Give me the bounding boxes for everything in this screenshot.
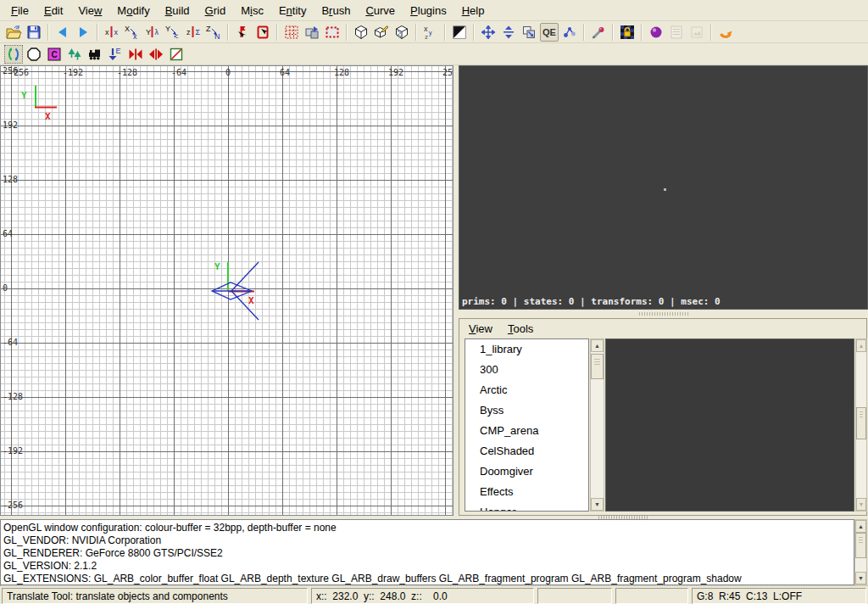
menu-grid[interactable]: Grid bbox=[198, 1, 234, 20]
open-file-button[interactable] bbox=[4, 23, 23, 42]
func-train-button[interactable] bbox=[86, 45, 104, 64]
ruler-x-label: -128 bbox=[117, 68, 137, 78]
airbrush-button[interactable] bbox=[589, 23, 608, 42]
scroll-down-button[interactable]: ▼ bbox=[856, 498, 866, 511]
console-output[interactable]: OpenGL window configuration: colour-buff… bbox=[0, 519, 854, 585]
console-line: GL_VERSION: 2.1.2 bbox=[3, 560, 851, 573]
toolbar-separator bbox=[641, 24, 643, 41]
radiant-window: FileEditViewModifyBuildGridMiscEntityBru… bbox=[0, 0, 868, 604]
octagon-brush-button[interactable] bbox=[25, 45, 43, 64]
brush-cube-icon bbox=[353, 24, 370, 41]
select-inside-button[interactable] bbox=[253, 23, 272, 42]
folder-item[interactable]: Byss bbox=[465, 400, 588, 421]
folder-item[interactable]: Doomgiver bbox=[465, 461, 588, 482]
select-area-button[interactable] bbox=[323, 23, 342, 42]
translate-view-button[interactable] bbox=[479, 23, 498, 42]
menu-entity[interactable]: Entity bbox=[271, 1, 314, 20]
toolbar-separator bbox=[415, 24, 417, 41]
redo-button[interactable] bbox=[74, 23, 92, 42]
undo-button[interactable] bbox=[53, 23, 72, 42]
model-trees-icon bbox=[66, 46, 83, 63]
console-line: OpenGL window configuration: colour-buff… bbox=[3, 522, 851, 534]
svg-text:C: C bbox=[52, 50, 58, 59]
scroll-up-button[interactable]: ▲ bbox=[591, 339, 604, 352]
scroll-thumb[interactable] bbox=[591, 354, 604, 379]
menu-curve[interactable]: Curve bbox=[358, 1, 403, 20]
save-file-button[interactable] bbox=[25, 23, 43, 42]
folder-item[interactable]: CMP_arena bbox=[465, 421, 588, 441]
light-entity-button[interactable] bbox=[647, 23, 665, 42]
flip-x-button[interactable]: xx bbox=[103, 23, 121, 42]
menu-edit[interactable]: Edit bbox=[36, 1, 70, 20]
folder-item[interactable]: 1_library bbox=[465, 339, 588, 360]
flip-view-button[interactable] bbox=[499, 23, 518, 42]
scroll-up-button[interactable]: ▲ bbox=[856, 339, 866, 352]
inspector-menu-tools[interactable]: Tools bbox=[500, 319, 541, 338]
rotate-y-button[interactable]: Y< bbox=[164, 23, 182, 42]
caulk-texture-button[interactable]: C bbox=[45, 45, 64, 64]
grid-viewport[interactable]: -256-192-128-64064128192256 256192128640… bbox=[0, 65, 453, 516]
texture-lock-button[interactable] bbox=[618, 23, 637, 42]
csg-merge-button[interactable] bbox=[303, 23, 321, 42]
gamma-button[interactable] bbox=[450, 23, 469, 42]
rotate-z-button[interactable]: ZN bbox=[204, 23, 223, 42]
bevel-cap-button[interactable] bbox=[147, 45, 165, 64]
folder-item[interactable]: CelShaded bbox=[465, 441, 588, 461]
camera-icon[interactable] bbox=[212, 262, 259, 320]
ruler-y-label: 256 bbox=[3, 66, 18, 76]
entity-graph-button[interactable] bbox=[560, 23, 579, 42]
menu-plugins[interactable]: Plugins bbox=[403, 1, 454, 20]
brush-cube-button[interactable] bbox=[352, 23, 370, 42]
csg-subtract-button[interactable] bbox=[282, 23, 301, 42]
end-cap-button[interactable] bbox=[126, 45, 145, 64]
menu-brush[interactable]: Brush bbox=[314, 1, 358, 20]
qe-view-button[interactable]: QE bbox=[540, 23, 559, 42]
menu-file[interactable]: File bbox=[3, 1, 36, 20]
rotate-x-button[interactable]: Xx bbox=[123, 23, 142, 42]
cascade-view-button[interactable] bbox=[520, 23, 538, 42]
model-trees-button[interactable] bbox=[65, 45, 84, 64]
texture-scrollbar[interactable]: ▲ ▼ bbox=[855, 338, 867, 512]
texture-cube-icon bbox=[393, 24, 410, 41]
flip-z-button[interactable]: zΣ bbox=[184, 23, 203, 42]
console-scrollbar[interactable]: ▲ ▼ bbox=[854, 519, 867, 585]
svg-text:z: z bbox=[425, 33, 428, 41]
menu-build[interactable]: Build bbox=[158, 1, 198, 20]
folder-item[interactable]: 300 bbox=[465, 360, 588, 380]
scroll-down-button[interactable]: ▼ bbox=[591, 498, 604, 511]
entity-graph-icon bbox=[561, 24, 578, 41]
region-disable-button[interactable] bbox=[167, 45, 186, 64]
flip-y-button[interactable]: Yλ bbox=[143, 23, 162, 42]
curve-refresh-button[interactable] bbox=[716, 23, 735, 42]
scroll-thumb[interactable] bbox=[855, 533, 866, 558]
texture-preview[interactable] bbox=[605, 338, 854, 512]
horizontal-splitter[interactable] bbox=[459, 310, 868, 318]
entity-list-icon bbox=[668, 24, 685, 41]
inspector-menu-view[interactable]: View bbox=[461, 319, 500, 338]
free-xyz-button[interactable]: xyz bbox=[421, 23, 440, 42]
vertex-edit-button[interactable] bbox=[372, 23, 391, 42]
qe-view-icon: QE bbox=[541, 24, 558, 41]
camera-viewport[interactable]: prims: 0 | states: 0 | transforms: 0 | m… bbox=[459, 65, 868, 310]
folder-item[interactable]: Effects bbox=[465, 482, 588, 502]
folder-item[interactable]: Hangar bbox=[465, 502, 588, 512]
select-touching-button[interactable] bbox=[233, 23, 252, 42]
folder-item[interactable]: Arctic bbox=[465, 380, 588, 400]
drop-entity-button[interactable]: E bbox=[106, 45, 125, 64]
menu-misc[interactable]: Misc bbox=[233, 1, 271, 20]
scroll-down-button[interactable]: ▼ bbox=[855, 572, 866, 584]
ruler-x-label: 192 bbox=[388, 68, 403, 78]
ruler-x-label: 64 bbox=[280, 68, 290, 78]
svg-text:y: y bbox=[429, 30, 432, 36]
menu-modify[interactable]: Modify bbox=[109, 1, 157, 20]
folder-list-scrollbar[interactable]: ▲ ▼ bbox=[590, 338, 604, 512]
ruler-x-label: 256 bbox=[442, 68, 453, 78]
texture-cube-button[interactable] bbox=[392, 23, 411, 42]
menu-help[interactable]: Help bbox=[454, 1, 492, 20]
menu-view[interactable]: View bbox=[70, 1, 109, 20]
texture-folder-list[interactable]: 1_library300ArcticByssCMP_arenaCelShaded… bbox=[465, 338, 589, 512]
scroll-up-button[interactable]: ▲ bbox=[855, 520, 866, 533]
ruler-y-label: -64 bbox=[3, 338, 18, 348]
translate-tool-button[interactable] bbox=[4, 45, 23, 64]
scroll-thumb[interactable] bbox=[856, 407, 866, 439]
